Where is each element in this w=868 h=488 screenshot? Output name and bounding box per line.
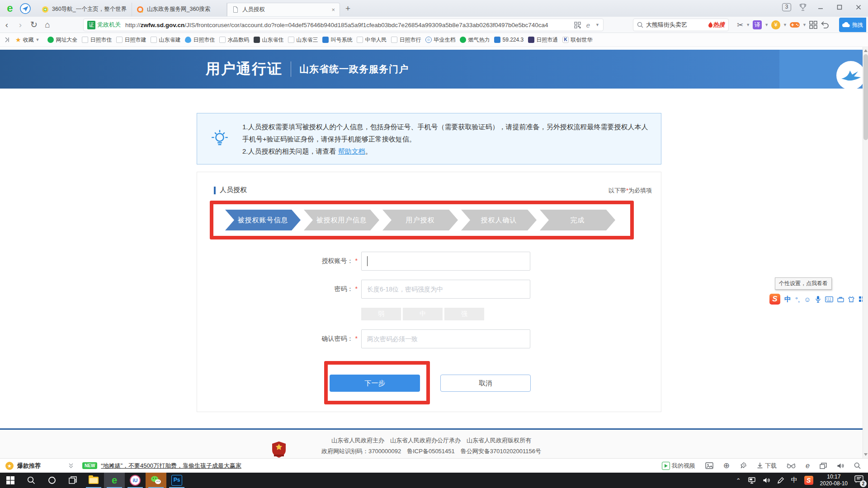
- tab-close-icon[interactable]: ×: [331, 6, 335, 13]
- screenshot-scissors-icon[interactable]: ✂: [737, 20, 743, 30]
- action-center-button[interactable]: 2: [854, 475, 863, 485]
- promo-label[interactable]: 爆款推荐: [17, 462, 41, 470]
- taskbar-photoshop[interactable]: Ps: [166, 473, 187, 488]
- bookmark-item[interactable]: 水晶数码: [219, 36, 249, 44]
- bookmark-item[interactable]: 山东省三: [288, 36, 318, 44]
- apps-grid-icon[interactable]: [809, 21, 817, 29]
- bookmark-item[interactable]: 山东省建: [151, 36, 180, 44]
- ime-mode-toggle[interactable]: 中: [784, 295, 791, 304]
- incognito-glasses-icon[interactable]: [787, 463, 796, 469]
- bookmark-item[interactable]: 网址大全: [47, 36, 77, 44]
- ime-emoji-icon[interactable]: ☺: [804, 296, 811, 303]
- taskbar-wechat[interactable]: [146, 473, 166, 488]
- new-tab-button[interactable]: +: [345, 4, 350, 14]
- scissors-dropdown-icon[interactable]: ▼: [746, 23, 750, 27]
- back-button[interactable]: ‹: [0, 20, 14, 30]
- page-scrollbar[interactable]: [863, 47, 868, 458]
- taskbar-iu-app[interactable]: iU: [125, 473, 146, 488]
- sogou-ime-bar[interactable]: S 中 °, ☺: [769, 294, 865, 305]
- cortana-button[interactable]: [42, 473, 62, 488]
- confirm-password-input[interactable]: [361, 329, 530, 348]
- tab-personnel-auth[interactable]: 人员授权 ×: [227, 3, 340, 16]
- bookmark-item[interactable]: 日照市行: [391, 36, 421, 44]
- bookmark-item[interactable]: 燃气热力: [460, 36, 490, 44]
- tray-sogou-icon[interactable]: S: [804, 476, 813, 485]
- search-box[interactable]: 大熊猫街头卖艺 热搜: [633, 19, 729, 31]
- maximize-button[interactable]: [834, 3, 845, 12]
- recently-closed-icon[interactable]: [820, 21, 829, 28]
- find-icon[interactable]: [854, 462, 861, 469]
- my-videos-button[interactable]: 我的视频: [662, 462, 695, 470]
- bookmark-item[interactable]: 日照市建: [116, 36, 146, 44]
- scroll-down-arrow[interactable]: [864, 453, 868, 456]
- news-headline-link[interactable]: “地摊婊”，不要4500万打胎费，靠偷生孩子成最大赢家: [101, 462, 241, 470]
- mute-speaker-icon[interactable]: [837, 463, 844, 469]
- ime-settings-tooltip[interactable]: 个性设置，点我看看: [775, 277, 832, 290]
- bookmark-item[interactable]: K联创世华: [562, 36, 592, 44]
- translate-dropdown-icon[interactable]: ▼: [764, 23, 769, 27]
- account-input[interactable]: [361, 252, 530, 271]
- bookmark-item[interactable]: 中华人民: [357, 36, 387, 44]
- scrollbar-thumb[interactable]: [863, 54, 868, 140]
- password-input[interactable]: [361, 280, 530, 299]
- taskbar-file-explorer[interactable]: [83, 473, 104, 488]
- wallet-shield-icon[interactable]: ¥: [771, 20, 780, 29]
- favorites-menu[interactable]: ★ 收藏 ▼: [15, 36, 39, 44]
- tab-360-nav[interactable]: 360导航_一个主页，整个世界: [37, 3, 132, 16]
- hot-search-label[interactable]: 热搜: [713, 21, 725, 29]
- close-button[interactable]: [853, 3, 864, 12]
- wallet-dropdown-icon[interactable]: ▼: [783, 23, 787, 27]
- taskbar-search-button[interactable]: [21, 473, 42, 488]
- bookmark-item[interactable]: 日照市通: [528, 36, 558, 44]
- cancel-button[interactable]: 取消: [440, 375, 531, 392]
- nav-paper-plane-icon[interactable]: [20, 3, 31, 14]
- ime-voice-icon[interactable]: [815, 296, 821, 303]
- refresh-button[interactable]: ↻: [27, 19, 41, 30]
- ime-skin-icon[interactable]: [848, 296, 854, 303]
- bookmark-item[interactable]: 日照市住: [82, 36, 112, 44]
- bookmark-item[interactable]: 叫号系统: [322, 36, 352, 44]
- volume-icon[interactable]: [763, 477, 770, 483]
- start-button[interactable]: [0, 473, 21, 488]
- taskbar-360-browser[interactable]: e: [104, 473, 125, 488]
- tray-expand-icon[interactable]: ⌃: [736, 477, 741, 484]
- translate-icon[interactable]: 译: [753, 20, 762, 29]
- network-icon[interactable]: [748, 477, 756, 484]
- url-dropdown-icon[interactable]: ▼: [595, 23, 599, 27]
- screenshot-image-icon[interactable]: [705, 462, 713, 469]
- trophy-icon[interactable]: [798, 3, 807, 12]
- speed-mode-icon[interactable]: ⊕: [723, 461, 730, 470]
- home-button[interactable]: ⌂: [41, 20, 54, 30]
- browser-360-logo-icon[interactable]: e: [5, 3, 15, 14]
- ime-keyboard-icon[interactable]: [825, 296, 833, 302]
- multi-window-icon[interactable]: [820, 463, 827, 469]
- help-doc-link[interactable]: 帮助文档: [338, 147, 365, 155]
- bookmark-item[interactable]: 毕业生档: [425, 36, 455, 44]
- bookmark-item[interactable]: 山东省住: [254, 36, 283, 44]
- boost-rocket-icon[interactable]: [740, 462, 747, 469]
- cloud-drag-tip[interactable]: 拖拽: [839, 18, 866, 32]
- tray-clock[interactable]: 10:17 2020-08-10: [820, 474, 848, 487]
- search-query[interactable]: 大熊猫街头卖艺: [646, 21, 708, 29]
- scroll-up-arrow[interactable]: [864, 49, 868, 52]
- url-text[interactable]: http://zwfw.sd.gov.cn/JIS/frontcoruser/c…: [125, 22, 571, 28]
- tray-ime-indicator[interactable]: 中: [791, 476, 797, 484]
- task-view-button[interactable]: [62, 473, 83, 488]
- ime-toolbox-icon[interactable]: [837, 296, 844, 303]
- ime-punctuation-icon[interactable]: °,: [795, 296, 800, 303]
- collapse-chevrons-icon[interactable]: [68, 463, 74, 469]
- bookmark-item[interactable]: 59.224.3: [494, 37, 524, 43]
- forward-button[interactable]: ›: [14, 20, 27, 30]
- ie-compat-icon[interactable]: e: [586, 21, 590, 29]
- game-dropdown-icon[interactable]: ▼: [802, 23, 807, 27]
- address-bar[interactable]: 证 党政机关 http://zwfw.sd.gov.cn/JIS/frontco…: [83, 19, 604, 31]
- bookmark-item[interactable]: 日照市住: [185, 36, 215, 44]
- windows-ink-icon[interactable]: [777, 477, 784, 484]
- ie-mode-icon[interactable]: e: [806, 462, 810, 470]
- sidebar-toggle-icon[interactable]: [5, 37, 11, 43]
- tab-count-badge[interactable]: 3: [782, 3, 791, 11]
- sogou-logo-icon[interactable]: S: [769, 294, 780, 305]
- download-button[interactable]: 下载: [757, 462, 777, 470]
- qr-code-icon[interactable]: [574, 22, 581, 28]
- next-step-button[interactable]: 下一步: [330, 375, 420, 392]
